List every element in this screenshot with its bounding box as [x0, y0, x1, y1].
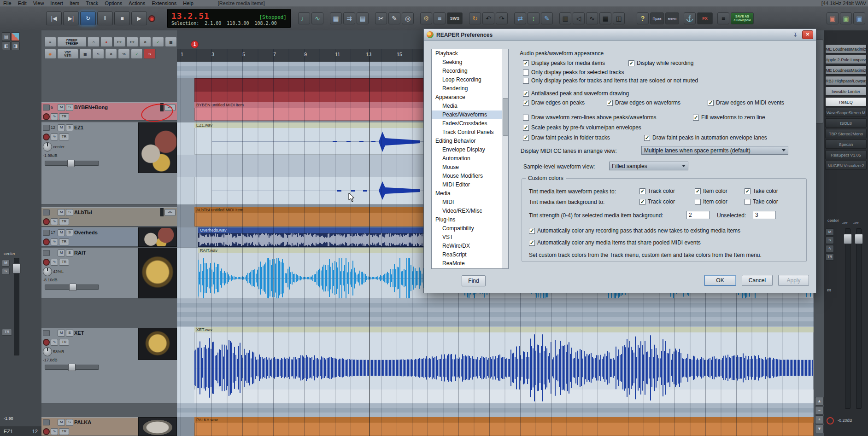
solo-button[interactable]: S: [66, 419, 73, 426]
track-header-albty[interactable]: M S ALbTЫ -o- ∿ TR: [41, 207, 177, 227]
docker-solo-button[interactable]: S: [2, 268, 10, 275]
menu-help[interactable]: Help: [180, 0, 197, 6]
checkbox-only-soloed[interactable]: [523, 78, 529, 84]
fx-list-item[interactable]: ME LoudnessMaximizer: [825, 65, 867, 75]
mixer-icon[interactable]: ≡: [434, 12, 446, 24]
mute-button[interactable]: M: [58, 419, 65, 426]
mute-button[interactable]: M: [58, 209, 65, 216]
io-matrix-icon[interactable]: ▤: [357, 12, 369, 24]
envelope-button[interactable]: ∿: [51, 259, 58, 266]
apply-button[interactable]: Apply: [778, 275, 809, 286]
checkbox-only-selected[interactable]: [523, 70, 529, 76]
prav-button[interactable]: Прав: [650, 12, 664, 24]
menu-file[interactable]: File: [0, 0, 15, 6]
record-arm-button[interactable]: [43, 134, 50, 140]
checkbox-tint-peaks-take[interactable]: [745, 188, 751, 194]
record-arm-button[interactable]: [43, 259, 50, 266]
check-b-button[interactable]: ✓: [131, 49, 143, 59]
mixer-small-icon[interactable]: ◧: [2, 41, 11, 50]
tr-button[interactable]: TR: [59, 134, 69, 140]
checkbox-tint-bg-take[interactable]: [745, 199, 751, 205]
checkbox-antialiased[interactable]: [523, 91, 529, 97]
tree-recording[interactable]: Recording: [432, 67, 508, 76]
tree-scrollbar[interactable]: [502, 49, 508, 268]
folder-icon[interactable]: [43, 125, 50, 131]
tree-playback[interactable]: Playback: [432, 49, 508, 58]
fx-b-button[interactable]: FX: [126, 37, 138, 47]
folder-icon[interactable]: [43, 230, 50, 236]
scrollbar-thumb[interactable]: [815, 40, 823, 123]
pan-knob[interactable]: [43, 267, 52, 276]
record-arm-button[interactable]: [43, 113, 50, 120]
solo-button[interactable]: S: [66, 104, 73, 111]
pencil-icon[interactable]: ✎: [388, 12, 400, 24]
undo-icon[interactable]: ↶: [482, 12, 494, 24]
volume-fader[interactable]: [45, 285, 99, 290]
folder-icon[interactable]: [43, 419, 50, 425]
solo-button[interactable]: S: [66, 250, 73, 256]
checkbox-display-peaks[interactable]: [523, 60, 529, 66]
scroll-up-button[interactable]: ▲: [815, 397, 824, 406]
solo-button[interactable]: S: [66, 229, 73, 236]
folder-icon[interactable]: [43, 250, 50, 256]
menu-insert[interactable]: Insert: [47, 0, 66, 6]
tree-scrollbar-thumb[interactable]: [503, 98, 508, 136]
checkbox-tint-bg-item[interactable]: [695, 199, 701, 205]
checkbox-auto-rec-color[interactable]: [529, 228, 535, 234]
envelope-button[interactable]: ∿: [51, 218, 58, 225]
envelope-button[interactable]: ∿: [51, 113, 58, 120]
fx-list-item[interactable]: WaveScopeStereo M: [825, 108, 867, 117]
tr-button[interactable]: TR: [59, 428, 69, 435]
envelope-button[interactable]: ∿: [51, 428, 58, 435]
tree-appearance[interactable]: Appearance: [432, 93, 508, 102]
checkbox-display-recording[interactable]: [628, 60, 634, 66]
mixer-mute-button[interactable]: M: [826, 228, 834, 236]
tint-strength-unselected-input[interactable]: [753, 211, 776, 219]
play-button[interactable]: ▶: [131, 12, 147, 25]
tint-strength-selected-input[interactable]: [686, 211, 710, 219]
tree-mouse-modifiers[interactable]: Mouse Modifiers: [432, 172, 508, 180]
volume-fader[interactable]: [45, 365, 99, 370]
menu-actions[interactable]: Actions: [125, 0, 148, 6]
lock-icon[interactable]: ∩: [88, 37, 100, 47]
sync-icon[interactable]: ⇄: [514, 12, 526, 24]
panels-icon[interactable]: ◫: [613, 12, 625, 24]
go-to-end-button[interactable]: ▶|: [63, 12, 79, 25]
tree-track-control-panels[interactable]: Track Control Panels: [432, 128, 508, 137]
checkbox-edges-midi[interactable]: [708, 100, 714, 106]
mute-button[interactable]: M: [58, 229, 65, 236]
menu-view[interactable]: View: [30, 0, 47, 6]
envelope-button[interactable]: ∿: [51, 339, 58, 346]
pin-icon[interactable]: ↧: [791, 31, 799, 39]
envelope-button[interactable]: ∿: [51, 238, 58, 245]
io-button[interactable]: -o-: [164, 209, 176, 216]
mixer-tr-button[interactable]: TR: [826, 253, 834, 261]
folder-blue-icon[interactable]: ▣: [853, 12, 865, 24]
percent-button[interactable]: %: [118, 49, 130, 59]
pan-knob[interactable]: [43, 347, 52, 356]
save-as-badge[interactable]: SAVE AS с номером: [731, 12, 754, 24]
mixer-fader-2-thumb[interactable]: [855, 234, 863, 244]
routing-matrix-icon[interactable]: ⇉: [343, 12, 355, 24]
cancel-button[interactable]: Cancel: [742, 275, 773, 286]
mute-button[interactable]: M: [58, 330, 65, 337]
project-marker-1[interactable]: 1: [191, 41, 199, 48]
find-button[interactable]: Find: [462, 275, 486, 286]
mixer-fader-1[interactable]: [845, 228, 850, 409]
checkbox-auto-pooled-color[interactable]: [529, 240, 535, 246]
tree-envelope-display[interactable]: Envelope Display: [432, 145, 508, 154]
solo-button[interactable]: S: [66, 124, 73, 131]
check-button[interactable]: ✓: [152, 37, 164, 47]
fx-list-item[interactable]: NUGEN Visualizer2: [825, 161, 867, 170]
menu-extensions[interactable]: Extensions: [148, 0, 180, 6]
grid-b-icon[interactable]: ▦: [79, 49, 91, 59]
solo-a-button[interactable]: S: [92, 49, 104, 59]
fx-list-item[interactable]: ME LoudnessMaximizer: [825, 44, 867, 53]
dock-icon[interactable]: ▤: [2, 32, 11, 41]
fx-list-item[interactable]: ReaSpect V1.05: [825, 150, 867, 159]
menu-track[interactable]: Track: [82, 0, 101, 6]
fx-list-item[interactable]: Invisible Limiter: [825, 87, 867, 96]
checkbox-fill-zero[interactable]: [693, 115, 699, 121]
mixer-envelope-button[interactable]: ∿: [826, 245, 834, 252]
rec-arm-all-icon[interactable]: ◉: [44, 49, 56, 59]
